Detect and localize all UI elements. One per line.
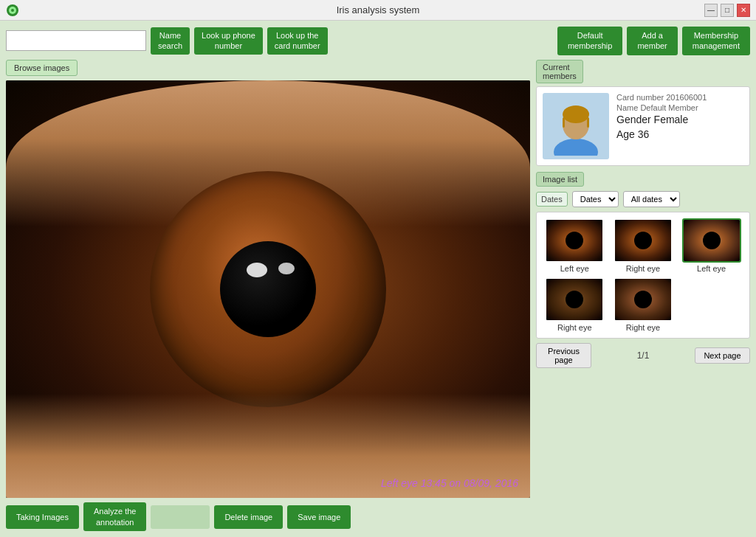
content-area: Browse images Left eye 13:45 on 08/09, 2… [6, 60, 750, 531]
thumb-label-5: Right eye [626, 323, 660, 332]
default-membership-button[interactable]: Default membership [557, 27, 623, 55]
eye-image [6, 80, 530, 499]
search-input[interactable] [6, 30, 146, 51]
browse-images-button[interactable]: Browse images [6, 60, 78, 76]
iris [150, 171, 386, 407]
member-name: Name Default Member [616, 103, 743, 112]
svg-rect-6 [563, 117, 565, 128]
member-card: Card number 201606001 Name Default Membe… [536, 86, 750, 166]
image-list-section: Image list Dates Dates All dates [536, 172, 750, 531]
add-member-button[interactable]: Add a member [627, 27, 677, 55]
main-content: Name search Look up phone number Look up… [0, 21, 756, 537]
save-image-button[interactable]: Save image [287, 505, 351, 529]
date-filter-row: Dates Dates All dates [536, 191, 750, 207]
member-age: Age 36 [616, 128, 743, 140]
thumb-img-1 [545, 218, 604, 263]
pagination-row: Previous page 1/1 Next page [536, 343, 750, 368]
thumb-label-1: Left eye [560, 264, 589, 273]
svg-rect-7 [587, 117, 589, 128]
avatar [543, 93, 609, 159]
disabled-button [151, 505, 210, 529]
svg-point-2 [11, 9, 14, 12]
member-info: Card number 201606001 Name Default Membe… [616, 93, 743, 140]
svg-point-3 [554, 139, 598, 156]
app-logo [6, 4, 19, 17]
image-list-label: Image list [536, 172, 584, 187]
avatar-image [546, 97, 605, 156]
pupil [220, 241, 316, 337]
name-search-button[interactable]: Name search [151, 27, 190, 55]
taking-images-button[interactable]: Taking Images [6, 505, 79, 529]
dates-select[interactable]: Dates [572, 191, 619, 207]
thumb-img-5 [614, 277, 673, 322]
window-controls: — □ ✕ [704, 4, 750, 17]
thumb-item-3[interactable]: Left eye [679, 218, 743, 273]
thumb-item-5[interactable]: Right eye [611, 277, 676, 332]
thumb-img-3 [682, 218, 741, 263]
top-toolbar: Name search Look up phone number Look up… [6, 27, 750, 55]
eye-timestamp: Left eye 13:45 on 08/09, 2016 [381, 477, 518, 489]
thumbnails-grid: Left eye Right eye [536, 212, 750, 339]
current-members-label: Current members [536, 60, 583, 83]
lookup-phone-button[interactable]: Look up phone number [194, 27, 263, 55]
members-section: Current members [536, 60, 750, 166]
membership-management-button[interactable]: Membership management [682, 27, 750, 55]
thumb-label-4: Right eye [557, 323, 591, 332]
thumb-label-2: Right eye [626, 264, 660, 273]
delete-image-button[interactable]: Delete image [214, 505, 283, 529]
app-title: Iris analysis system [337, 4, 420, 15]
member-gender: Gender Female [616, 114, 743, 125]
card-number: Card number 201606001 [616, 93, 743, 102]
all-dates-select[interactable]: All dates [623, 191, 680, 207]
right-panel: Current members [536, 60, 750, 531]
prev-page-button[interactable]: Previous page [536, 343, 591, 368]
close-button[interactable]: ✕ [737, 4, 750, 17]
thumb-img-2 [614, 218, 673, 263]
dates-label: Dates [536, 192, 568, 207]
next-page-button[interactable]: Next page [695, 347, 750, 364]
thumb-item-4[interactable]: Right eye [543, 277, 607, 332]
bottom-toolbar: Taking Images Analyze the annotation Del… [6, 502, 530, 531]
thumb-img-4 [545, 277, 604, 322]
minimize-button[interactable]: — [704, 4, 718, 17]
thumb-item-1[interactable]: Left eye [543, 218, 607, 273]
pupil-highlight2 [278, 263, 295, 274]
pupil-highlight [247, 263, 267, 277]
thumb-label-3: Left eye [697, 264, 726, 273]
page-indicator: 1/1 [594, 350, 692, 361]
svg-point-5 [563, 105, 589, 123]
titlebar: Iris analysis system — □ ✕ [0, 0, 756, 21]
restore-button[interactable]: □ [721, 4, 734, 17]
analyze-annotation-button[interactable]: Analyze the annotation [83, 502, 146, 531]
eye-image-container: Left eye 13:45 on 08/09, 2016 [6, 80, 530, 499]
left-panel: Browse images Left eye 13:45 on 08/09, 2… [6, 60, 530, 531]
lookup-card-button[interactable]: Look up the card number [267, 27, 328, 55]
thumb-item-2[interactable]: Right eye [611, 218, 676, 273]
